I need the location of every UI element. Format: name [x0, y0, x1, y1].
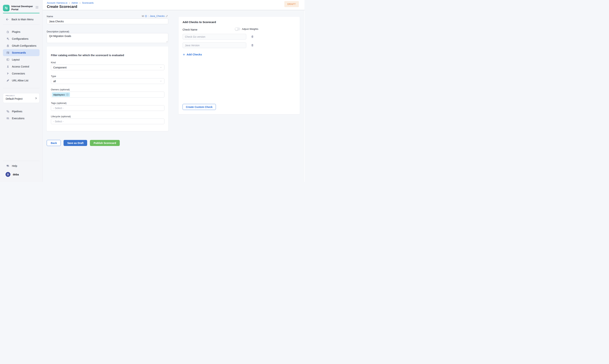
chevron-right-icon: ›: [80, 1, 80, 5]
app-title: Internal Developer Portal: [11, 5, 33, 11]
page-header: Account: Harness.io › Admin › Scorecards…: [43, 0, 304, 10]
add-checks-button[interactable]: Add Checks: [183, 53, 202, 56]
add-checks-label: Add Checks: [187, 53, 202, 56]
edit-pencil-icon[interactable]: [165, 15, 168, 17]
sidebar-divider: [3, 161, 40, 161]
main-content: Name Id : Java_Checks Description (optio…: [43, 11, 304, 182]
sidebar-item-help[interactable]: ? Help: [3, 162, 40, 169]
project-selector[interactable]: PROJECT Default Project: [3, 93, 40, 103]
kind-select[interactable]: Component: [51, 65, 164, 70]
sidebar-divider: [3, 25, 40, 25]
project-name: Default Project: [6, 97, 37, 100]
sidebar-item-configurations[interactable]: Configurations: [3, 35, 40, 42]
link-icon: [6, 79, 10, 82]
pipelines-icon: [6, 110, 10, 113]
id-row: Id : Java_Checks: [142, 15, 168, 17]
sidebar-item-connectors[interactable]: Connectors: [3, 70, 40, 77]
plus-icon: [183, 53, 185, 56]
back-button[interactable]: Back: [47, 140, 61, 146]
breadcrumb-scorecards-link[interactable]: Scorecards: [82, 2, 94, 4]
sidebar-item-label: Executions: [12, 117, 24, 120]
person-icon: [6, 65, 10, 68]
breadcrumb: Account: Harness.io › Admin › Scorecards: [47, 1, 94, 4]
chevron-down-icon: [160, 66, 162, 69]
accent-bar: [3, 13, 40, 13]
back-to-main-menu-label: Back to Main Menu: [12, 18, 34, 21]
sidebar-item-scorecards[interactable]: Scorecards: [3, 49, 40, 56]
id-prefix: Id: [142, 15, 144, 17]
sidebar-item-label: Connectors: [12, 72, 25, 75]
scorecard-icon: [6, 51, 10, 54]
create-custom-check-button[interactable]: Create Custom Check: [183, 104, 216, 110]
name-input[interactable]: [47, 18, 168, 24]
sidebar-item-pipelines[interactable]: Pipelines: [3, 108, 40, 115]
kind-label: Kind: [51, 61, 164, 64]
check-name-column-label: Check Name: [183, 28, 197, 31]
layout-icon: [6, 58, 10, 61]
sidebar-nav: Plugins Configurations OAuth Configurati…: [3, 28, 40, 84]
sidebar-item-label: Plugins: [12, 30, 20, 33]
sidebar-item-label: Scorecards: [12, 51, 26, 54]
project-eyebrow: PROJECT: [6, 95, 37, 97]
lifecycle-input[interactable]: [51, 118, 164, 124]
sidebar-item-oauth-configurations[interactable]: OAuth Configurations: [3, 42, 40, 49]
arrow-left-icon: [5, 18, 9, 21]
id-value-link[interactable]: Java_Checks: [150, 15, 165, 17]
app-grid-icon[interactable]: [36, 6, 39, 9]
breadcrumb-account-link[interactable]: Account: Harness.io: [47, 2, 68, 4]
sidebar-item-label: Layout: [12, 58, 20, 61]
description-label: Description (optional): [47, 30, 69, 33]
sidebar-item-url-allow-list[interactable]: URL Allow List: [3, 77, 40, 84]
owners-label: Owners (optional): [51, 88, 164, 91]
sidebar-item-label: OAuth Configurations: [12, 44, 36, 47]
branch-icon: [6, 72, 10, 75]
sidebar-item-layout[interactable]: Layout: [3, 56, 40, 63]
name-label: Name: [47, 15, 53, 18]
delete-check-button-1[interactable]: [250, 34, 255, 39]
sidebar-item-executions[interactable]: Executions: [3, 115, 40, 122]
sidebar-item-label: Help: [12, 164, 17, 167]
filter-heading: Filter catalog entities for which the sc…: [51, 54, 124, 57]
help-chat-icon: ?: [6, 164, 10, 168]
filter-card: Filter catalog entities for which the sc…: [47, 46, 168, 131]
adjust-weights-toggle[interactable]: [235, 28, 240, 30]
lifecycle-label: Lifecycle (optional): [51, 115, 164, 118]
owner-chip-label: idpplayacc: [53, 93, 65, 96]
chevron-right-icon: ›: [69, 1, 70, 5]
status-badge: DRAFT: [284, 1, 299, 7]
scrollbar-track[interactable]: [304, 11, 304, 182]
sidebar: Internal Developer Portal Back to Main M…: [0, 0, 42, 182]
description-field-wrap: Q4 Migration Goals: [47, 33, 168, 43]
breadcrumb-admin-link[interactable]: Admin: [71, 2, 78, 4]
toggle-knob: [235, 27, 238, 31]
sidebar-item-plugins[interactable]: Plugins: [3, 28, 40, 35]
owners-input[interactable]: idpplayacc ✕: [51, 92, 164, 97]
type-select-value: all: [53, 80, 56, 83]
adjust-weights-group: Adjust Weights: [235, 28, 258, 30]
sidebar-help-row: ? Help: [3, 162, 40, 169]
user-menu[interactable]: D deba: [5, 172, 19, 177]
id-colon: :: [148, 15, 149, 17]
app-logo-row: Internal Developer Portal: [3, 4, 40, 12]
description-textarea[interactable]: Q4 Migration Goals: [47, 33, 168, 43]
sidebar-item-label: URL Allow List: [12, 79, 28, 82]
adjust-weights-label: Adjust Weights: [242, 28, 258, 30]
type-label: Type: [51, 75, 164, 78]
chip-remove-icon[interactable]: ✕: [66, 93, 69, 96]
tags-input[interactable]: [51, 105, 164, 111]
save-as-draft-button[interactable]: Save as Draft: [64, 140, 87, 146]
delete-check-button-2[interactable]: [250, 43, 255, 47]
page-title: Create Scorecard: [47, 5, 77, 9]
resize-handle-icon[interactable]: [166, 41, 168, 42]
sidebar-item-label: Pipelines: [12, 110, 22, 113]
check-name-input-2[interactable]: [183, 42, 246, 48]
check-name-input-1[interactable]: [183, 34, 246, 39]
info-icon[interactable]: [145, 15, 147, 17]
publish-scorecard-button[interactable]: Publish Scorecard: [90, 140, 120, 146]
puzzle-icon: [6, 30, 10, 33]
sidebar-item-access-control[interactable]: Access Control: [3, 63, 40, 70]
type-select[interactable]: all: [51, 78, 164, 84]
chevron-right-icon: [35, 96, 38, 100]
harness-idp-logo-icon: [3, 5, 10, 11]
back-to-main-menu[interactable]: Back to Main Menu: [5, 18, 34, 21]
